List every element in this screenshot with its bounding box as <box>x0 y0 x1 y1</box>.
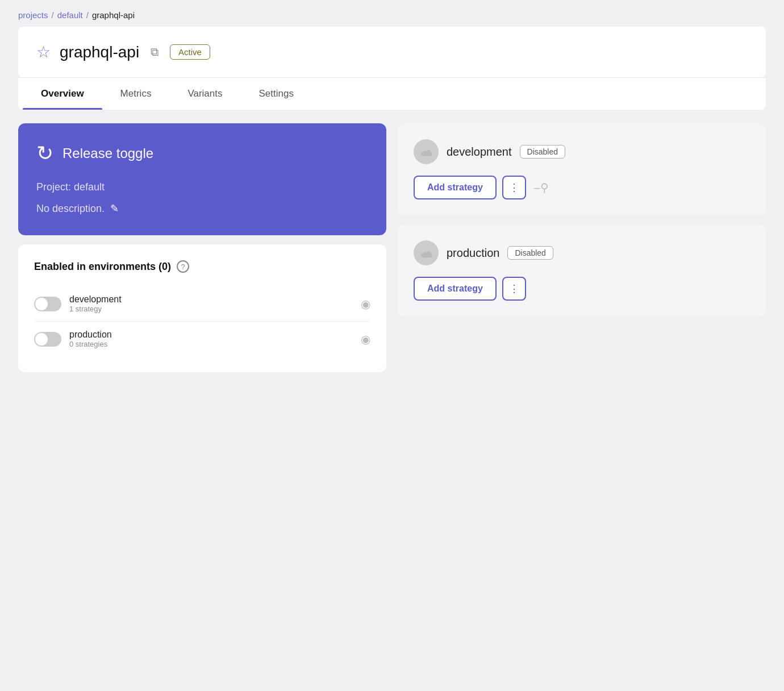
tabs-bar: Overview Metrics Variants Settings <box>18 77 766 110</box>
env-name-production: production <box>69 330 353 340</box>
more-button-development[interactable]: ⋮ <box>502 176 526 199</box>
env-strategy-header-development: development Disabled <box>414 139 750 164</box>
env-row-production: production 0 strategies ◉ <box>34 322 370 356</box>
help-icon[interactable]: ? <box>177 260 189 273</box>
cloud-icon-production <box>414 240 439 265</box>
env-strategy-header-production: production Disabled <box>414 240 750 265</box>
breadcrumb-projects[interactable]: projects <box>18 10 48 20</box>
env-row-development: development 1 strategy ◉ <box>34 286 370 322</box>
env-strategy-name-production: production <box>447 247 499 260</box>
breadcrumb-default[interactable]: default <box>57 10 83 20</box>
env-strategy-card-development: development Disabled Add strategy ⋮ –⚲ <box>398 123 766 215</box>
toggle-info-header: ↻ Release toggle <box>36 141 368 165</box>
add-strategy-button-production[interactable]: Add strategy <box>414 277 497 301</box>
breadcrumb-sep2: / <box>86 10 89 20</box>
toggle-production[interactable] <box>34 332 61 347</box>
toggle-development[interactable] <box>34 297 61 311</box>
eye-icon-development[interactable]: ◉ <box>361 297 370 311</box>
main-content: ↻ Release toggle Project: default No des… <box>0 110 784 386</box>
toggle-info-card: ↻ Release toggle Project: default No des… <box>18 123 386 235</box>
page-title: graphql-api <box>60 43 139 61</box>
disabled-badge-development: Disabled <box>520 145 565 159</box>
env-strategy-card-production: production Disabled Add strategy ⋮ <box>398 224 766 317</box>
right-column: development Disabled Add strategy ⋮ –⚲ p… <box>398 123 766 317</box>
star-icon[interactable]: ☆ <box>36 43 51 61</box>
tab-variants[interactable]: Variants <box>169 78 240 110</box>
breadcrumb: projects / default / graphql-api <box>0 0 784 27</box>
tab-settings[interactable]: Settings <box>241 78 312 110</box>
env-strategy-production: 0 strategies <box>69 340 353 348</box>
toggle-title: Release toggle <box>62 145 153 161</box>
environments-card: Enabled in environments (0) ? developmen… <box>18 244 386 372</box>
toggle-description: No description. ✎ <box>36 202 368 215</box>
environments-title: Enabled in environments (0) <box>34 261 171 273</box>
env-strategy-actions-development: Add strategy ⋮ –⚲ <box>414 176 750 199</box>
env-strategy-actions-production: Add strategy ⋮ <box>414 277 750 301</box>
left-column: ↻ Release toggle Project: default No des… <box>18 123 386 372</box>
env-info-production: production 0 strategies <box>69 330 353 348</box>
copy-icon[interactable]: ⧉ <box>151 45 159 59</box>
tab-metrics[interactable]: Metrics <box>102 78 170 110</box>
disabled-badge-production: Disabled <box>507 246 553 260</box>
breadcrumb-current: graphql-api <box>92 10 135 20</box>
tab-overview[interactable]: Overview <box>23 78 102 110</box>
breadcrumb-sep1: / <box>52 10 54 20</box>
environments-header: Enabled in environments (0) ? <box>34 260 370 273</box>
env-strategy-name-development: development <box>447 145 512 159</box>
more-button-production[interactable]: ⋮ <box>502 277 526 301</box>
header-card: ☆ graphql-api ⧉ Active <box>18 27 766 77</box>
toggle-project: Project: default <box>36 181 368 193</box>
env-strategy-development: 1 strategy <box>69 305 353 313</box>
eye-icon-production[interactable]: ◉ <box>361 332 370 346</box>
refresh-icon: ↻ <box>36 141 53 165</box>
edit-description-icon[interactable]: ✎ <box>110 202 119 215</box>
status-badge: Active <box>170 44 210 60</box>
env-info-development: development 1 strategy <box>69 294 353 313</box>
lock-icon-development[interactable]: –⚲ <box>534 181 549 194</box>
env-name-development: development <box>69 294 353 305</box>
add-strategy-button-development[interactable]: Add strategy <box>414 176 497 199</box>
cloud-icon-development <box>414 139 439 164</box>
